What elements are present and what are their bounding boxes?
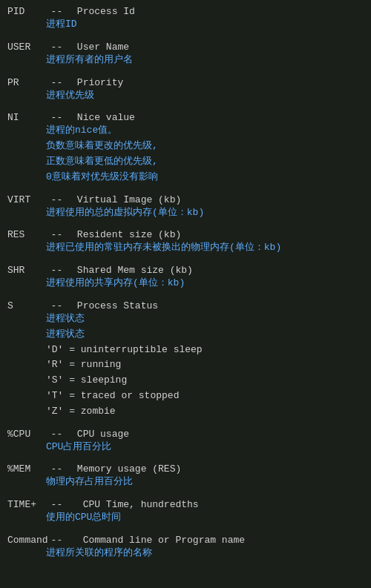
field-description: Command line or Program name <box>77 535 245 546</box>
field-description: User Name <box>77 42 129 53</box>
user-entry: USER -- User Name进程所有者的用户名 <box>7 42 364 68</box>
mem-entry: %MEM -- Memory usage (RES)物理内存占用百分比 <box>7 463 364 490</box>
status-code-line: 'S' = sleeping <box>46 373 364 389</box>
field-translation: 物理内存占用百分比 <box>7 475 364 490</box>
field-name: SHR <box>7 265 48 276</box>
ni-entry: NI -- Nice value进程的nice值。负数意味着更改的优先级,正数意… <box>7 112 364 185</box>
field-name: USER <box>7 42 48 53</box>
field-name: PID <box>7 6 48 17</box>
entry-header: S -- Process Status <box>7 300 364 311</box>
translation-line: 进程的nice值。 <box>46 123 364 139</box>
translation-line: 0意味着对优先级没有影响 <box>46 170 364 185</box>
entry-header: PID -- Process Id <box>7 6 364 17</box>
entry-header: TIME+ -- CPU Time, hundredths <box>7 499 364 510</box>
status-codes: 'D' = uninterruptible sleep 'R' = runnin… <box>7 343 364 420</box>
status-code-line: 'Z' = zombie <box>46 404 364 420</box>
field-translation: 进程所关联的程序的名称 <box>7 546 364 561</box>
entry-header: %MEM -- Memory usage (RES) <box>7 463 364 475</box>
field-name: NI <box>7 112 48 123</box>
status-code-line: 'T' = traced or stopped <box>46 389 364 404</box>
field-translation: 进程ID <box>7 17 364 33</box>
field-translation: 进程已使用的常驻内存未被换出的物理内存(单位：kb) <box>7 240 364 256</box>
field-translation: 进程所有者的用户名 <box>7 53 364 68</box>
translation-line: 负数意味着更改的优先级, <box>46 139 364 154</box>
field-separator: -- <box>51 112 74 123</box>
field-description: Process Status <box>77 300 158 311</box>
field-description: CPU Time, hundredths <box>77 499 199 510</box>
field-separator: -- <box>51 42 74 53</box>
time-entry: TIME+ -- CPU Time, hundredths使用的CPU总时间 <box>7 499 364 526</box>
field-separator: -- <box>51 535 74 546</box>
field-name: RES <box>7 229 48 240</box>
field-separator: -- <box>51 77 74 88</box>
field-translation: 进程状态 <box>7 327 364 343</box>
shr-entry: SHR -- Shared Mem size (kb)进程使用的共享内存(单位：… <box>7 265 364 291</box>
field-name: %CPU <box>7 429 48 440</box>
field-separator: -- <box>51 265 74 276</box>
entry-header: RES -- Resident size (kb) <box>7 229 364 240</box>
field-description: Process Id <box>77 6 135 17</box>
field-translation: 进程使用的共享内存(单位：kb) <box>7 276 364 291</box>
entry-header: %CPU -- CPU usage <box>7 429 364 440</box>
field-separator: -- <box>51 229 74 240</box>
field-name: VIRT <box>7 194 48 205</box>
virt-entry: VIRT -- Virtual Image (kb)进程使用的总的虚拟内存(单位… <box>7 194 364 221</box>
entry-header: SHR -- Shared Mem size (kb) <box>7 265 364 276</box>
translation-line: 正数意味着更低的优先级, <box>46 154 364 170</box>
field-description: Resident size (kb) <box>77 229 181 240</box>
field-separator: -- <box>51 300 74 311</box>
content-area: PID -- Process Id进程IDUSER -- User Name进程… <box>7 6 364 561</box>
status-code-line: 'R' = running <box>46 357 364 373</box>
entry-header: Command-- Command line or Program name <box>7 535 364 546</box>
s-entry: S -- Process Status进程状态进程状态 'D' = uninte… <box>7 300 364 420</box>
field-name: PR <box>7 77 48 88</box>
field-separator: -- <box>51 429 74 440</box>
entry-header: PR -- Priority <box>7 77 364 88</box>
pid-entry: PID -- Process Id进程ID <box>7 6 364 33</box>
field-translation: 使用的CPU总时间 <box>7 510 364 526</box>
command-entry: Command-- Command line or Program name进程… <box>7 535 364 561</box>
entry-header: VIRT -- Virtual Image (kb) <box>7 194 364 205</box>
field-translation: 进程使用的总的虚拟内存(单位：kb) <box>7 205 364 221</box>
field-description: CPU usage <box>77 429 129 440</box>
field-description: Virtual Image (kb) <box>77 194 181 205</box>
field-description: Memory usage (RES) <box>77 463 181 475</box>
field-separator: -- <box>51 499 74 510</box>
entry-header: NI -- Nice value <box>7 112 364 123</box>
field-separator: -- <box>51 194 74 205</box>
field-separator: -- <box>51 463 74 475</box>
field-translation: 进程状态 <box>7 311 364 327</box>
field-name: Command <box>7 535 48 546</box>
field-description: Nice value <box>77 112 135 123</box>
field-description: Priority <box>77 77 123 88</box>
field-name: S <box>7 300 48 311</box>
field-separator: -- <box>51 6 74 17</box>
entry-header: USER -- User Name <box>7 42 364 53</box>
field-name: %MEM <box>7 463 48 475</box>
field-name: TIME+ <box>7 499 48 510</box>
cpu-entry: %CPU -- CPU usageCPU占用百分比 <box>7 429 364 455</box>
field-translation: CPU占用百分比 <box>7 440 364 455</box>
status-code-line: 'D' = uninterruptible sleep <box>46 343 364 358</box>
field-translation: 进程优先级 <box>7 88 364 104</box>
res-entry: RES -- Resident size (kb)进程已使用的常驻内存未被换出的… <box>7 229 364 256</box>
field-multi-translation: 进程的nice值。负数意味着更改的优先级,正数意味着更低的优先级,0意味着对优先… <box>7 123 364 185</box>
pr-entry: PR -- Priority进程优先级 <box>7 77 364 104</box>
field-description: Shared Mem size (kb) <box>77 265 193 276</box>
